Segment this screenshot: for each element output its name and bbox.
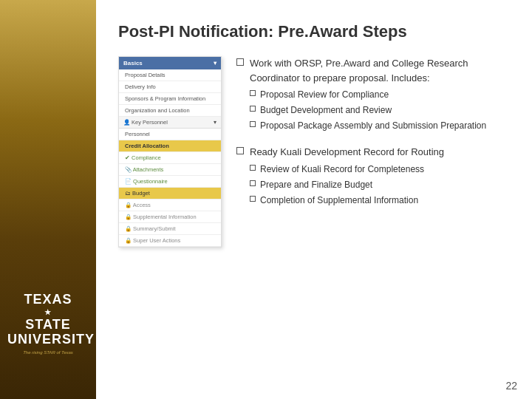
sub-checkbox-1-3 bbox=[250, 121, 256, 127]
sub-checkbox-2-1 bbox=[250, 165, 256, 171]
kuali-nav-supplemental[interactable]: 🔒 Supplemental Information bbox=[119, 211, 221, 223]
university-logo: TEXAS ★ STATE UNIVERSITY The rising STAR… bbox=[7, 293, 89, 355]
kuali-nav-attachments[interactable]: 📎 Attachments bbox=[119, 164, 221, 176]
sub-text-1-2: Budget Development and Review bbox=[260, 103, 392, 117]
page-number: 22 bbox=[505, 380, 517, 392]
kuali-nav-budget[interactable]: 🗂 Budget bbox=[119, 188, 221, 200]
kuali-nav-proposal-details[interactable]: Proposal Details bbox=[119, 69, 221, 81]
kuali-header-arrow: ▾ bbox=[214, 60, 216, 66]
logo-line2: STATE bbox=[7, 318, 89, 332]
sub-bullet-2-1: Review of Kuali Record for Completeness bbox=[250, 163, 510, 176]
kuali-nav-credit-allocation[interactable]: Credit Allocation bbox=[119, 140, 221, 152]
bullet-text-1: Work with ORSP, Pre.Award and College Re… bbox=[250, 56, 510, 134]
sub-checkbox-2-2 bbox=[250, 180, 256, 186]
kuali-nav-superuser[interactable]: 🔒 Super User Actions bbox=[119, 235, 221, 247]
kuali-header-label: Basics bbox=[123, 60, 143, 66]
sub-text-2-3: Completion of Supplemental Information bbox=[260, 194, 418, 207]
kuali-nav-personnel[interactable]: Personnel bbox=[119, 129, 221, 140]
sub-checkbox-2-3 bbox=[250, 196, 256, 202]
kuali-panel: Basics ▾ Proposal Details Delivery Info … bbox=[118, 56, 222, 248]
bullet-content: Work with ORSP, Pre.Award and College Re… bbox=[236, 56, 510, 219]
bullet-checkbox-1 bbox=[236, 58, 244, 66]
bullet-2-label: Ready Kuali Development Record for Routi… bbox=[250, 146, 444, 157]
main-content: Post-PI Notification: Pre.Award Steps Ba… bbox=[96, 0, 532, 399]
bullet-1-label: Work with ORSP, Pre.Award and College Re… bbox=[250, 58, 468, 83]
bullet-checkbox-2 bbox=[236, 147, 244, 154]
logo-line1: TEXAS bbox=[7, 293, 89, 307]
sub-bullets-1: Proposal Review for Compliance Budget De… bbox=[250, 88, 510, 132]
sub-bullet-2-3: Completion of Supplemental Information bbox=[250, 194, 510, 207]
page-title: Post-PI Notification: Pre.Award Steps bbox=[118, 22, 510, 41]
sub-text-1-1: Proposal Review for Compliance bbox=[260, 88, 389, 101]
logo-line3: UNIVERSITY bbox=[7, 332, 89, 347]
kuali-nav-delivery-info[interactable]: Delivery Info bbox=[119, 81, 221, 93]
kuali-section-key-personnel: 👤 Key Personnel▾ bbox=[119, 117, 221, 129]
sub-text-1-3: Proposal Package Assembly and Submission… bbox=[260, 119, 486, 132]
logo-star-row: ★ bbox=[7, 308, 89, 316]
sub-checkbox-1-1 bbox=[250, 90, 256, 96]
sub-checkbox-1-2 bbox=[250, 106, 256, 112]
kuali-nav-sponsors[interactable]: Sponsors & Program Information bbox=[119, 93, 221, 105]
sub-bullet-2-2: Prepare and Finalize Budget bbox=[250, 178, 510, 191]
main-bullet-1: Work with ORSP, Pre.Award and College Re… bbox=[236, 56, 510, 134]
left-decorative-bar: TEXAS ★ STATE UNIVERSITY The rising STAR… bbox=[0, 0, 96, 399]
sub-text-2-1: Review of Kuali Record for Completeness bbox=[260, 163, 424, 176]
sub-bullets-2: Review of Kuali Record for Completeness … bbox=[250, 163, 510, 207]
bullet-text-2: Ready Kuali Development Record for Routi… bbox=[250, 145, 510, 209]
content-layout: Basics ▾ Proposal Details Delivery Info … bbox=[118, 56, 510, 248]
kuali-nav-summary[interactable]: 🔒 Summary/Submit bbox=[119, 223, 221, 235]
kuali-nav-questionnaire[interactable]: 📄 Questionnaire bbox=[119, 176, 221, 188]
kuali-nav-compliance[interactable]: ✔ Compliance bbox=[119, 152, 221, 164]
kuali-nav-organization[interactable]: Organization and Location bbox=[119, 105, 221, 117]
sub-bullet-1-3: Proposal Package Assembly and Submission… bbox=[250, 119, 510, 132]
main-bullet-2: Ready Kuali Development Record for Routi… bbox=[236, 145, 510, 209]
sub-bullet-1-1: Proposal Review for Compliance bbox=[250, 88, 510, 101]
sub-bullet-1-2: Budget Development and Review bbox=[250, 103, 510, 117]
sub-text-2-2: Prepare and Finalize Budget bbox=[260, 178, 372, 191]
kuali-header: Basics ▾ bbox=[119, 57, 221, 69]
logo-tagline: The rising STAR of Texas bbox=[7, 350, 89, 355]
kuali-nav-access[interactable]: 🔒 Access bbox=[119, 200, 221, 211]
